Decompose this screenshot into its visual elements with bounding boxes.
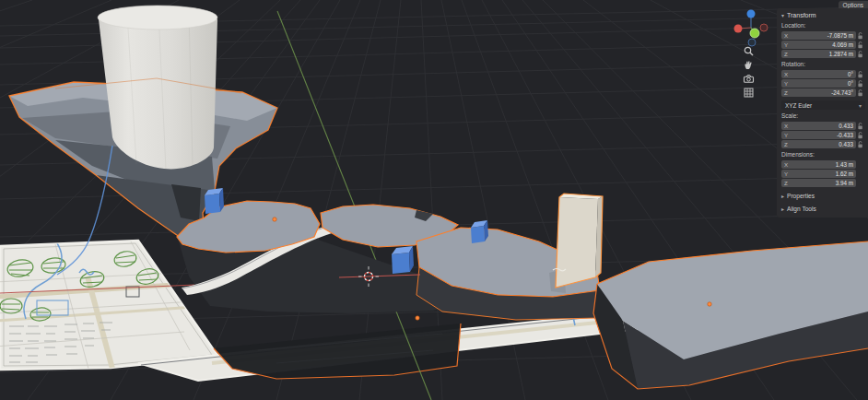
- axis-label: X: [784, 71, 791, 77]
- axis-label: Z: [784, 51, 791, 57]
- axis-label: Y: [784, 171, 791, 177]
- axis-label: Z: [784, 141, 791, 147]
- chevron-right-icon: ▸: [781, 194, 784, 199]
- blue-cube-1[interactable]: [205, 188, 224, 214]
- axis-label: Z: [784, 89, 791, 96]
- dropdown-arrow-icon: ▾: [859, 102, 862, 109]
- dimensions-x-field[interactable]: X1.43 m: [781, 160, 865, 169]
- unlock-icon[interactable]: [856, 123, 865, 130]
- navigation-gizmo[interactable]: [732, 7, 772, 50]
- gizmo-axis-z-positive[interactable]: [747, 10, 756, 18]
- rotation-label: Rotation:: [781, 61, 865, 68]
- rotation-mode-dropdown[interactable]: XYZ Euler ▾: [781, 100, 865, 110]
- location-z-field[interactable]: Z1.2874 m: [781, 50, 865, 58]
- blue-cube-3[interactable]: [471, 220, 488, 243]
- camera-icon[interactable]: [743, 73, 755, 85]
- viewport-scene: [0, 0, 868, 400]
- dimensions-z-field[interactable]: Z3.94 m: [781, 179, 865, 187]
- axis-label: X: [784, 161, 791, 168]
- field-value: 0°: [848, 71, 853, 77]
- rotation-mode-value: XYZ Euler: [785, 102, 812, 109]
- chevron-right-icon: ▸: [781, 206, 784, 212]
- rotation-x-field[interactable]: X0°: [781, 70, 865, 78]
- platform-mesh-right-slab[interactable]: [593, 241, 868, 389]
- field-value: 0°: [848, 80, 853, 87]
- field-value: 3.94 m: [836, 180, 853, 186]
- axis-label: Z: [784, 180, 791, 186]
- blender-3d-viewport: Options ▾ Transform Location: X-7.0875 m…: [0, 0, 868, 400]
- selected-base-plinth[interactable]: [214, 324, 461, 379]
- align-tools-section-label: Align Tools: [787, 206, 816, 212]
- blue-cube-2[interactable]: [392, 246, 414, 274]
- field-value: 0.433: [839, 141, 853, 147]
- unlock-icon[interactable]: [856, 80, 865, 88]
- location-x-field[interactable]: X-7.0875 m: [781, 31, 865, 40]
- properties-section-header[interactable]: ▸ Properties: [781, 192, 865, 200]
- axis-label: Y: [784, 41, 791, 48]
- unlock-icon[interactable]: [856, 132, 865, 139]
- scale-label: Scale:: [781, 112, 865, 120]
- gizmo-axis-x-positive[interactable]: [734, 25, 743, 33]
- properties-section-label: Properties: [787, 193, 815, 199]
- transform-panel-header[interactable]: ▾ Transform: [781, 11, 865, 19]
- dimensions-label: Dimensions:: [781, 151, 865, 159]
- gizmo-axis-y-positive[interactable]: [750, 29, 759, 38]
- rotation-z-field[interactable]: Z-24.743°: [781, 88, 865, 97]
- scale-z-field[interactable]: Z0.433: [781, 140, 865, 148]
- scale-x-field[interactable]: X0.433: [781, 122, 865, 130]
- field-value: 1.62 m: [836, 171, 853, 177]
- move-hand-icon[interactable]: [743, 59, 755, 71]
- align-tools-section-header[interactable]: ▸ Align Tools: [781, 205, 865, 213]
- axis-label: X: [784, 32, 791, 39]
- transform-panel: ▾ Transform Location: X-7.0875 m Y4.069 …: [777, 8, 868, 218]
- field-value: -24.743°: [831, 89, 853, 96]
- dimensions-y-field[interactable]: Y1.62 m: [781, 170, 865, 178]
- location-y-field[interactable]: Y4.069 m: [781, 41, 865, 49]
- unlock-icon[interactable]: [856, 71, 865, 78]
- axis-label: Y: [784, 132, 791, 138]
- field-value: 1.43 m: [836, 161, 853, 168]
- axis-label: Y: [784, 80, 791, 87]
- location-label: Location:: [781, 22, 865, 29]
- scale-y-field[interactable]: Y-0.433: [781, 131, 865, 139]
- unlock-icon[interactable]: [856, 141, 865, 148]
- unlock-icon[interactable]: [856, 41, 865, 49]
- field-value: -7.0875 m: [827, 32, 853, 39]
- panel-title: Transform: [787, 12, 816, 18]
- rotation-y-field[interactable]: Y0°: [781, 79, 865, 88]
- orthographic-grid-icon[interactable]: [743, 87, 755, 99]
- unlock-icon[interactable]: [856, 51, 865, 58]
- field-value: 1.2874 m: [829, 51, 853, 57]
- field-value: 4.069 m: [832, 41, 853, 48]
- viewport-controls: [743, 45, 755, 99]
- field-value: 0.433: [839, 123, 853, 129]
- field-value: -0.433: [837, 132, 853, 138]
- unlock-icon[interactable]: [856, 32, 865, 40]
- gizmo-axis-x-negative[interactable]: [760, 24, 768, 31]
- axis-label: X: [784, 123, 791, 129]
- chevron-down-icon: ▾: [781, 13, 784, 18]
- unlock-icon[interactable]: [856, 89, 865, 97]
- zoom-icon[interactable]: [743, 45, 755, 57]
